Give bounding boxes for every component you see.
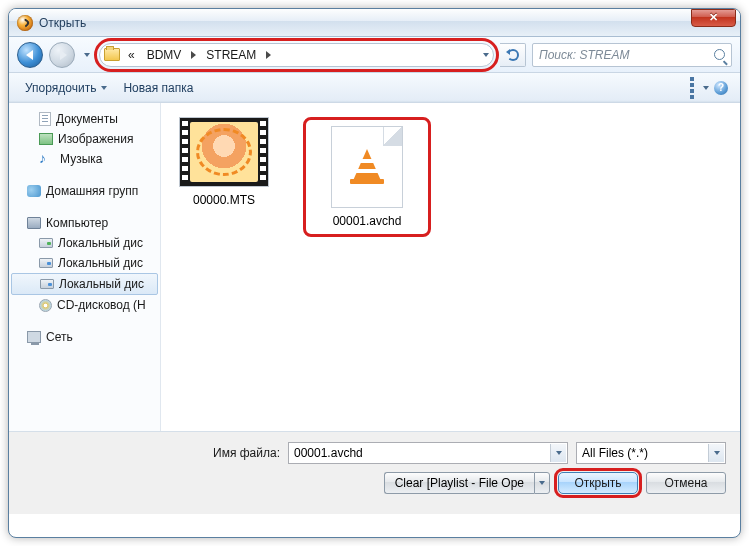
breadcrumb-separator-icon (266, 51, 271, 59)
tree-node-documents[interactable]: Документы (9, 109, 160, 129)
help-button[interactable]: ? (710, 79, 732, 97)
vlc-file-icon (331, 126, 403, 208)
file-list[interactable]: 00000.MTS 00001.avchd (161, 103, 740, 431)
clear-split-button[interactable]: Clear [Playlist - File Ope (384, 472, 550, 494)
window-title: Открыть (39, 16, 86, 30)
refresh-button[interactable] (500, 43, 526, 67)
breadcrumb-part[interactable]: STREAM (202, 46, 260, 64)
chevron-down-icon (84, 53, 90, 57)
clear-button-dropdown[interactable] (534, 472, 550, 494)
chevron-down-icon (539, 481, 545, 485)
network-icon (27, 331, 41, 343)
navigation-tree[interactable]: Документы Изображения ♪Музыка Домашняя г… (9, 103, 161, 431)
dialog-body: Документы Изображения ♪Музыка Домашняя г… (9, 103, 740, 431)
tree-node-music[interactable]: ♪Музыка (9, 149, 160, 169)
arrow-right-icon (60, 50, 67, 60)
drive-icon (40, 279, 54, 289)
open-button[interactable]: Открыть (558, 472, 638, 494)
organize-button[interactable]: Упорядочить (17, 77, 115, 99)
new-folder-button[interactable]: Новая папка (115, 77, 201, 99)
filetype-select[interactable]: All Files (*.*) (576, 442, 726, 464)
nav-row: « BDMV STREAM Поиск: STREAM (9, 37, 740, 73)
tree-node-computer[interactable]: Компьютер (9, 213, 160, 233)
search-input[interactable]: Поиск: STREAM (532, 43, 732, 67)
cd-icon (39, 299, 52, 312)
file-item-mts[interactable]: 00000.MTS (173, 117, 275, 207)
file-name: 00000.MTS (173, 193, 275, 207)
close-icon: ✕ (709, 11, 718, 24)
breadcrumb-prefix: « (124, 46, 139, 64)
document-icon (39, 112, 51, 126)
tree-node-cd[interactable]: CD-дисковод (H (9, 295, 160, 315)
app-icon (17, 15, 33, 31)
dialog-bottom: Имя файла: 00001.avchd All Files (*.*) C… (9, 431, 740, 514)
forward-button[interactable] (49, 42, 75, 68)
tree-node-images[interactable]: Изображения (9, 129, 160, 149)
grid-view-icon (689, 76, 700, 100)
folder-icon (104, 48, 120, 61)
file-name: 00001.avchd (316, 214, 418, 228)
chevron-down-icon (101, 86, 107, 90)
tree-node-drive-selected[interactable]: Локальный дис (11, 273, 158, 295)
new-folder-label: Новая папка (123, 81, 193, 95)
toolbar: Упорядочить Новая папка ? (9, 73, 740, 103)
nav-history-dropdown[interactable] (81, 45, 93, 65)
homegroup-icon (27, 185, 41, 197)
organize-label: Упорядочить (25, 81, 96, 95)
video-thumbnail (179, 117, 269, 187)
breadcrumb-separator-icon (191, 51, 196, 59)
refresh-icon (507, 49, 519, 61)
help-icon: ? (714, 81, 728, 95)
address-bar[interactable]: « BDMV STREAM (99, 43, 494, 67)
file-item-avchd[interactable]: 00001.avchd (316, 126, 418, 228)
drive-icon (39, 238, 53, 248)
chevron-down-icon (714, 451, 720, 455)
computer-icon (27, 217, 41, 229)
arrow-left-icon (26, 50, 33, 60)
cancel-button[interactable]: Отмена (646, 472, 726, 494)
search-placeholder: Поиск: STREAM (539, 48, 629, 62)
chevron-down-icon (556, 451, 562, 455)
tree-node-homegroup[interactable]: Домашняя групп (9, 181, 160, 201)
filename-value: 00001.avchd (294, 446, 363, 460)
open-dialog-window: Открыть ✕ « BDMV STREAM Поиск: STREAM Уп… (8, 8, 741, 538)
filetype-value: All Files (*.*) (582, 446, 648, 460)
tree-node-drive[interactable]: Локальный дис (9, 233, 160, 253)
tree-node-network[interactable]: Сеть (9, 327, 160, 347)
clear-button-label[interactable]: Clear [Playlist - File Ope (384, 472, 534, 494)
address-dropdown-icon[interactable] (483, 53, 489, 57)
filename-label: Имя файла: (213, 446, 280, 460)
breadcrumb-part[interactable]: BDMV (143, 46, 186, 64)
view-mode-button[interactable] (688, 79, 710, 97)
back-button[interactable] (17, 42, 43, 68)
dropdown-button[interactable] (708, 444, 724, 462)
titlebar: Открыть ✕ (9, 9, 740, 37)
drive-icon (39, 258, 53, 268)
dropdown-button[interactable] (550, 444, 566, 462)
images-icon (39, 133, 53, 145)
annotation-highlight: 00001.avchd (303, 117, 431, 237)
chevron-down-icon (703, 86, 709, 90)
music-icon: ♪ (39, 152, 55, 166)
filename-input[interactable]: 00001.avchd (288, 442, 568, 464)
search-icon (714, 49, 725, 60)
tree-node-drive[interactable]: Локальный дис (9, 253, 160, 273)
close-button[interactable]: ✕ (691, 9, 736, 27)
